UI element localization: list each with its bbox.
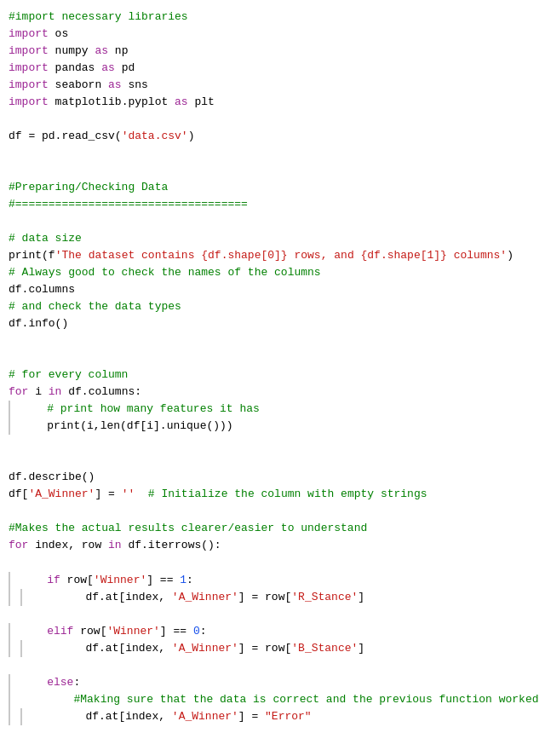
- code-line: [0, 725, 545, 742]
- code-line: print(i,len(df[i].unique())): [0, 418, 545, 435]
- code-line: if row['Winner'] == 1:: [0, 572, 545, 589]
- code-line: #Preparing/Checking Data: [0, 179, 545, 196]
- code-line: for index, row in df.iterrows():: [0, 537, 545, 554]
- code-line: df.describe(): [0, 469, 545, 486]
- code-line: [0, 503, 545, 520]
- code-line: [0, 657, 545, 674]
- code-line: import numpy as np: [0, 43, 545, 60]
- code-line: df.at[index, 'A_Winner'] = "Error": [0, 708, 545, 725]
- code-line: df.columns: [0, 281, 545, 298]
- code-line: elif row['Winner'] == 0:: [0, 623, 545, 640]
- code-line: df.at[index, 'A_Winner'] = row['B_Stance…: [0, 640, 545, 657]
- code-line: [0, 213, 545, 230]
- code-line: #Making sure that the data is correct an…: [0, 691, 545, 708]
- code-line: # print how many features it has: [0, 401, 545, 418]
- code-line: [0, 435, 545, 452]
- code-line: df.info(): [0, 315, 545, 332]
- code-line: [0, 162, 545, 179]
- code-line: # for every column: [0, 366, 545, 384]
- code-line: # data size: [0, 230, 545, 247]
- code-line: [0, 555, 545, 572]
- code-line: for i in df.columns:: [0, 384, 545, 401]
- code-line: [0, 452, 545, 469]
- code-line: import matplotlib.pyplot as plt: [0, 94, 545, 111]
- code-line: df['A_Winner'] = '' # Initialize the col…: [0, 486, 545, 503]
- code-line: else:: [0, 674, 545, 691]
- code-line: df.at[index, 'A_Winner'] = row['R_Stance…: [0, 589, 545, 606]
- code-line: [0, 742, 545, 756]
- code-line: print(f'The dataset contains {df.shape[0…: [0, 247, 545, 264]
- code-line: #Makes the actual results clearer/easier…: [0, 520, 545, 537]
- code-line: [0, 349, 545, 366]
- code-line: [0, 145, 545, 162]
- code-line: import seaborn as sns: [0, 77, 545, 94]
- code-line: [0, 332, 545, 349]
- code-line: df = pd.read_csv('data.csv'): [0, 128, 545, 145]
- code-line: #===================================: [0, 196, 545, 213]
- code-line: # and check the data types: [0, 298, 545, 315]
- code-line: import pandas as pd: [0, 60, 545, 77]
- code-line: import os: [0, 26, 545, 43]
- code-editor: #import necessary librariesimport osimpo…: [0, 0, 545, 756]
- code-line: # Always good to check the names of the …: [0, 264, 545, 281]
- code-line: [0, 606, 545, 623]
- code-line: [0, 111, 545, 128]
- code-line: #import necessary libraries: [0, 9, 545, 26]
